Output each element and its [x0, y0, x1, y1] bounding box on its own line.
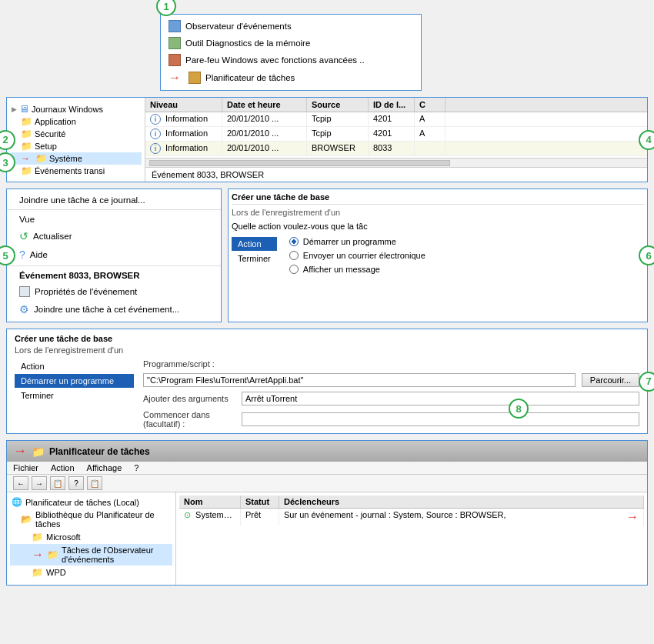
wizard-options: Démarrer un programme Envoyer un courrie…	[283, 237, 425, 274]
radio-unchecked-icon	[289, 251, 299, 260]
menu-item-diagnostics[interactable]: Outil Diagnostics de la mémoire	[161, 35, 421, 52]
programme-input[interactable]	[143, 373, 576, 387]
s78-nav-demarrer[interactable]: Démarrer un programme	[15, 374, 134, 388]
ts-title-text: Planificateur de tâches	[49, 446, 150, 457]
radio-envoyer[interactable]: Envoyer un courrier électronique	[289, 251, 425, 260]
ts-right-panel: Nom Statut Déclencheurs ⊙ System_B... Pr…	[176, 492, 647, 585]
ts-tree-bibliotheque[interactable]: 📂 Bibliothèque du Planificateur de tâche…	[10, 509, 172, 530]
table-row[interactable]: i Information 20/01/2010 ... Tcpip 4201 …	[145, 112, 647, 127]
cell-id: 4201	[369, 112, 415, 126]
ts-col-nom: Nom	[179, 496, 241, 508]
ts-toolbar: ← → 📋 ? 📋	[7, 475, 647, 492]
ts-tree-local[interactable]: 🌐 Planificateur de tâches (Local)	[10, 496, 172, 509]
ctx-join-event[interactable]: ⚙ Joindre une tâche à cet événement...	[7, 300, 221, 319]
wizard-nav-terminer[interactable]: Terminer	[232, 252, 277, 265]
circle-7: 7	[639, 372, 654, 392]
menu-fichier[interactable]: Fichier	[13, 463, 38, 472]
arrow-red-icon: →	[13, 443, 27, 459]
ts-titlebar: → 📁 Planificateur de tâches	[7, 441, 647, 462]
col-source: Source	[307, 98, 369, 112]
cell-source: BROWSER	[307, 142, 369, 155]
ts-col-statut: Statut	[241, 496, 279, 508]
col-c: C	[415, 98, 445, 112]
folder-icon: 📁	[21, 165, 32, 176]
cell-id: 4201	[369, 127, 415, 141]
radio-afficher[interactable]: Afficher un message	[289, 265, 425, 274]
section78-wrapper: 7 8 Créer une tâche de base Lors de l'en…	[6, 329, 648, 434]
wizard-nav: Action Terminer	[232, 237, 277, 269]
computer-icon: 🖥	[19, 103, 29, 115]
section56-wrapper: 5 6 Joindre une tâche à ce journal... Vu…	[6, 189, 648, 322]
ctx-vue[interactable]: Vue	[7, 212, 221, 227]
table-row[interactable]: i Information 20/01/2010 ... BROWSER 803…	[145, 142, 647, 156]
wizard-subtitle: Lors de l'enregistrement d'un	[232, 208, 644, 217]
s78-nav-terminer[interactable]: Terminer	[15, 389, 134, 402]
cell-date: 20/01/2010 ...	[222, 142, 307, 155]
ts-title-icon: 📁	[32, 445, 45, 458]
info-icon: i	[150, 114, 161, 125]
radio-demarrer[interactable]: Démarrer un programme	[289, 237, 425, 246]
ts-tree-taches[interactable]: → 📁 Tâches de l'Observateur d'événements	[10, 544, 172, 566]
section1-menu: Observateur d'événements Outil Diagnosti…	[160, 14, 422, 91]
ts-body: 🌐 Planificateur de tâches (Local) 📂 Bibl…	[7, 492, 647, 585]
toolbar-clipboard[interactable]: 📋	[50, 476, 65, 490]
ts-tree-wpd[interactable]: 📁 WPD	[10, 566, 172, 579]
scrollbar[interactable]	[145, 158, 647, 167]
cell-source: Tcpip	[307, 127, 369, 141]
folder-icon: 📁	[32, 532, 43, 542]
arrow-red-trigger: →	[626, 510, 639, 524]
ctx-actualiser[interactable]: ↺ Actualiser	[7, 227, 221, 245]
wizard-nav-action[interactable]: Action	[232, 237, 277, 251]
folder-icon: 📁	[21, 128, 32, 139]
menu-affichage[interactable]: Affichage	[87, 463, 122, 472]
task-scheduler-window: → 📁 Planificateur de tâches Fichier Acti…	[6, 440, 648, 586]
ctx-divider	[7, 265, 221, 266]
folder-icon: 📁	[32, 567, 43, 578]
menu-item-parefeu[interactable]: Pare-feu Windows avec fonctions avancées…	[161, 52, 421, 68]
browse-button[interactable]: Parcourir...	[582, 373, 639, 387]
event-icon	[169, 20, 181, 32]
ts-cell-declencheurs: Sur un événement - journal : System, Sou…	[279, 509, 644, 526]
toolbar-clipboard2[interactable]: 📋	[87, 476, 102, 490]
menu-help[interactable]: ?	[134, 463, 138, 472]
s78-subtitle: Lors de l'enregistrement d'un	[15, 345, 639, 355]
tree-item-systeme[interactable]: → 📁 Système	[10, 152, 142, 165]
arrow-red2-icon: →	[32, 548, 44, 562]
ctx-proprietes[interactable]: Propriétés de l'événement	[7, 283, 221, 300]
table-panel: Niveau Date et heure Source ID de l... C…	[145, 98, 647, 182]
toolbar-forward[interactable]: →	[32, 476, 47, 490]
toolbar-back[interactable]: ←	[13, 476, 28, 490]
toolbar-help[interactable]: ?	[68, 476, 84, 490]
ts-table-header: Nom Statut Déclencheurs	[179, 496, 644, 509]
ts-menubar: Fichier Action Affichage ?	[7, 462, 647, 475]
wizard-question: Quelle action voulez-vous que la tâc	[232, 222, 644, 231]
menu-item-observateur[interactable]: Observateur d'événements	[161, 18, 421, 35]
cell-date: 20/01/2010 ...	[222, 112, 307, 126]
tree-item-securite[interactable]: 📁 Sécurité	[10, 128, 142, 140]
tree-item-application[interactable]: 📁 Application	[10, 115, 142, 128]
ctx-join-journal[interactable]: Joindre une tâche à ce journal...	[7, 192, 221, 208]
start-input[interactable]	[242, 412, 639, 426]
tree-item-setup[interactable]: 📁 Setup	[10, 140, 142, 152]
ctx-event-title: Événement 8033, BROWSER	[7, 268, 221, 283]
cell-id: 8033	[369, 142, 415, 155]
tree-item-journaux[interactable]: ▶ 🖥 Journaux Windows	[10, 102, 142, 115]
ctx-aide[interactable]: ? Aide	[7, 245, 221, 264]
col-niveau: Niveau	[145, 98, 222, 112]
menu-item-planificateur[interactable]: → Planificateur de tâches	[161, 68, 421, 87]
args-input[interactable]	[242, 392, 639, 405]
ts-table-row[interactable]: ⊙ System_B... Prêt Sur un événement - jo…	[179, 509, 644, 526]
tree-item-evenements[interactable]: 📁 Événements transi	[10, 165, 142, 177]
folder-icon: 📁	[21, 141, 32, 152]
s78-nav-action[interactable]: Action	[15, 359, 134, 373]
menu-action[interactable]: Action	[51, 463, 75, 472]
form-row-programme: Programme/script :	[143, 359, 639, 369]
cell-date: 20/01/2010 ...	[222, 127, 307, 141]
table-row[interactable]: i Information 20/01/2010 ... Tcpip 4201 …	[145, 127, 647, 142]
firewall-icon	[169, 54, 181, 66]
info-icon: i	[150, 128, 161, 139]
circle-8: 8	[509, 399, 529, 419]
ts-tree-microsoft[interactable]: 📁 Microsoft	[10, 530, 172, 544]
section9-wrapper: → 📁 Planificateur de tâches Fichier Acti…	[6, 440, 648, 586]
ctx-divider	[7, 209, 221, 210]
